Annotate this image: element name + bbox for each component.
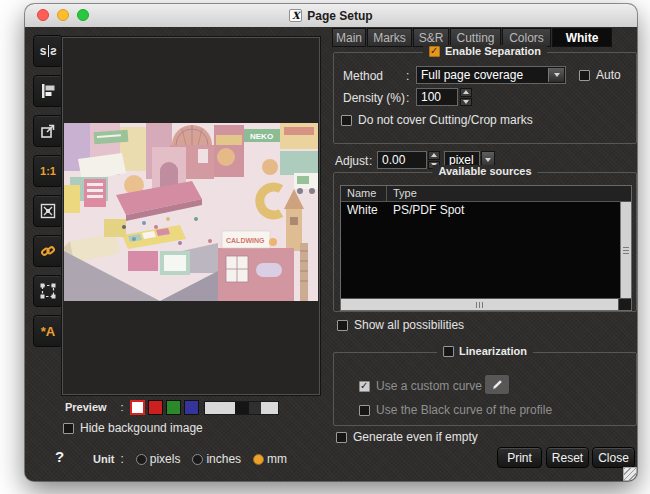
resize-grip[interactable] <box>623 467 637 481</box>
tab-white[interactable]: White <box>552 28 612 47</box>
grayscale-preview-bar[interactable] <box>204 401 279 415</box>
adjust-value: 0.00 <box>382 153 405 167</box>
tab-main[interactable]: Main <box>332 28 366 47</box>
annotate-icon: *A <box>41 324 55 339</box>
enable-separation-label: Enable Separation <box>445 45 541 57</box>
density-label: Density (%) <box>343 91 405 105</box>
link-icon <box>39 242 57 260</box>
selection-icon <box>39 282 57 300</box>
horizontal-scrollbar[interactable] <box>341 299 618 310</box>
unit-option-mm[interactable]: mm <box>253 452 287 466</box>
generate-label: Generate even if empty <box>353 430 478 444</box>
tab-marks[interactable]: Marks <box>367 28 412 47</box>
generate-checkbox[interactable] <box>336 432 347 443</box>
window-title: Page Setup <box>307 9 372 23</box>
preview-swatch-red[interactable] <box>148 400 163 415</box>
linearization-label: Linearization <box>459 345 527 357</box>
align-tool-button[interactable] <box>33 75 63 107</box>
close-button[interactable]: Close <box>592 447 635 468</box>
density-input[interactable]: 100 <box>416 88 458 106</box>
method-colon: : <box>406 69 409 83</box>
black-curve-checkbox[interactable] <box>359 405 370 416</box>
help-button[interactable]: ? <box>55 448 64 465</box>
enable-separation-checkbox[interactable] <box>429 46 440 57</box>
actual-size-button[interactable]: 1:1 <box>33 155 63 187</box>
column-header-name[interactable]: Name <box>341 186 387 201</box>
sources-group: Available sources Name Type White PS/PDF… <box>333 172 637 312</box>
chevron-down-icon[interactable] <box>548 68 564 82</box>
preview-swatch-green[interactable] <box>166 400 181 415</box>
edit-curve-button[interactable] <box>484 374 510 395</box>
density-stepper <box>460 88 472 106</box>
page-setup-dialog: X Page Setup ss 1:1 *A <box>25 4 637 481</box>
inches-radio[interactable] <box>192 454 203 465</box>
method-value: Full page coverage <box>421 68 523 82</box>
separation-group-header: Enable Separation <box>423 45 547 57</box>
pixels-radio[interactable] <box>136 454 147 465</box>
pencil-icon <box>490 378 504 392</box>
align-icon <box>39 82 57 100</box>
select-area-button[interactable] <box>33 275 63 307</box>
export-view-button[interactable] <box>33 115 63 147</box>
linearization-checkbox[interactable] <box>443 346 454 357</box>
no-cover-row: Do not cover Cutting/Crop marks <box>341 113 533 127</box>
mirror-icon: ss <box>40 44 56 58</box>
no-cover-checkbox[interactable] <box>341 115 352 126</box>
text-annotation-button[interactable]: *A <box>33 315 63 347</box>
show-all-checkbox[interactable] <box>337 320 348 331</box>
mirror-tool-button[interactable]: ss <box>33 35 63 67</box>
mm-radio[interactable] <box>253 454 264 465</box>
cell-name: White <box>341 202 387 217</box>
preview-swatch-white[interactable] <box>130 400 145 415</box>
table-row[interactable]: White PS/PDF Spot <box>341 202 631 217</box>
adjust-input[interactable]: 0.00 <box>377 151 427 169</box>
method-dropdown[interactable]: Full page coverage <box>416 66 566 84</box>
sources-table-body: White PS/PDF Spot <box>341 202 631 298</box>
sources-group-header: Available sources <box>432 165 537 177</box>
inches-label: inches <box>206 452 241 466</box>
preview-label: Preview <box>65 401 107 413</box>
generate-row: Generate even if empty <box>336 430 478 444</box>
adjust-label: Adjust <box>335 154 368 168</box>
reset-button[interactable]: Reset <box>546 447 589 468</box>
linearization-group-header: Linearization <box>437 345 533 357</box>
unit-option-pixels[interactable]: pixels <box>136 452 181 466</box>
print-button[interactable]: Print <box>497 447 542 468</box>
sources-table-header[interactable]: Name Type <box>341 186 631 202</box>
unit-option-inches[interactable]: inches <box>192 452 241 466</box>
horizontal-scrollbar-track <box>341 298 631 310</box>
hide-background-label: Hide backgound image <box>80 421 203 435</box>
link-tool-button[interactable] <box>33 235 63 267</box>
unit-selector: Unit : pixels inches mm <box>93 452 287 466</box>
sources-table: Name Type White PS/PDF Spot <box>340 185 632 311</box>
show-all-label: Show all possibilities <box>354 318 464 332</box>
unit-label: Unit <box>93 453 114 465</box>
adjust-colon: : <box>369 154 372 168</box>
preview-swatch-blue[interactable] <box>184 400 199 415</box>
no-cover-label: Do not cover Cutting/Crop marks <box>358 113 533 127</box>
auto-row: Auto <box>579 68 621 82</box>
custom-curve-label: Use a custom curve <box>376 379 482 393</box>
fit-to-page-button[interactable] <box>33 195 63 227</box>
preview-colon: : <box>121 401 124 413</box>
hide-background-checkbox[interactable] <box>63 423 74 434</box>
title-bar[interactable]: X Page Setup <box>25 4 637 28</box>
unit-colon: : <box>120 452 123 466</box>
custom-curve-checkbox[interactable] <box>359 381 370 392</box>
adjust-step-up-button[interactable] <box>428 151 440 160</box>
vertical-scrollbar[interactable] <box>620 202 631 298</box>
one-to-one-icon: 1:1 <box>40 165 56 177</box>
density-step-down-button[interactable] <box>460 98 472 107</box>
preview-panel[interactable]: NEKO <box>62 37 320 395</box>
density-step-up-button[interactable] <box>460 88 472 97</box>
black-curve-label: Use the Black curve of the profile <box>376 403 552 417</box>
fit-page-icon <box>39 202 57 220</box>
hide-background-row: Hide backgound image <box>63 421 203 435</box>
auto-checkbox[interactable] <box>579 70 590 81</box>
app-icon: X <box>289 9 302 22</box>
grayscale-segment <box>205 402 235 414</box>
preview-controls: Preview : <box>65 399 202 415</box>
column-header-type[interactable]: Type <box>387 186 417 201</box>
grayscale-segment <box>235 402 249 414</box>
show-all-row: Show all possibilities <box>337 318 464 332</box>
